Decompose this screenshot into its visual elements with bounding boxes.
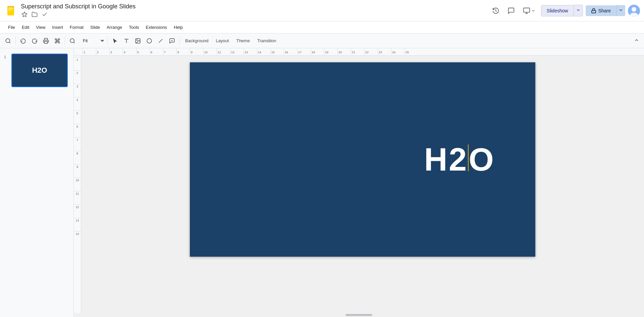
- collapse-toolbar-button[interactable]: [632, 36, 641, 46]
- svg-point-21: [147, 39, 152, 43]
- cloud-icon: [42, 11, 48, 17]
- svg-line-18: [73, 42, 74, 43]
- present-mode-button[interactable]: [520, 4, 538, 17]
- menu-edit[interactable]: Edit: [19, 23, 32, 31]
- svg-point-20: [137, 40, 137, 40]
- menu-insert[interactable]: Insert: [49, 23, 66, 31]
- history-button[interactable]: [489, 4, 502, 17]
- menu-slide[interactable]: Slide: [88, 23, 103, 31]
- slideshow-chevron-icon: [576, 8, 581, 12]
- monitor-icon: [523, 7, 530, 14]
- svg-point-17: [70, 39, 74, 43]
- lock-icon: [591, 8, 596, 13]
- shape-tool-button[interactable]: [144, 36, 155, 46]
- menu-format[interactable]: Format: [67, 23, 86, 31]
- menu-view[interactable]: View: [33, 23, 48, 31]
- menu-tools[interactable]: Tools: [126, 23, 142, 31]
- text-tool-button[interactable]: [121, 36, 132, 46]
- folder-button[interactable]: [31, 11, 38, 18]
- shape-icon: [146, 38, 152, 44]
- slide-panel: 1 H2O: [0, 48, 74, 317]
- share-button[interactable]: Share: [586, 5, 616, 16]
- share-dropdown-button[interactable]: [616, 5, 625, 16]
- theme-button[interactable]: Theme: [233, 36, 253, 45]
- comment-tool-button[interactable]: [167, 36, 177, 46]
- cursor-icon: [112, 38, 118, 44]
- line-icon: [158, 38, 164, 44]
- star-button[interactable]: [21, 11, 28, 18]
- scrollbar-bottom[interactable]: [74, 313, 644, 317]
- image-icon: [135, 38, 141, 44]
- history-icon: [492, 7, 499, 14]
- svg-line-15: [9, 42, 10, 43]
- zoom-out-button[interactable]: [67, 36, 78, 46]
- menu-arrange[interactable]: Arrange: [104, 23, 125, 31]
- avatar[interactable]: [628, 5, 640, 17]
- search-toolbar-button[interactable]: [3, 36, 13, 46]
- undo-button[interactable]: [18, 36, 29, 46]
- title-bar-left: Superscript and Subscript in Google Slid…: [4, 3, 489, 18]
- slideshow-button[interactable]: Slideshow: [541, 5, 574, 16]
- title-action-icons: [21, 11, 136, 18]
- line-tool-button[interactable]: [155, 36, 166, 46]
- svg-rect-10: [592, 10, 596, 13]
- slide-canvas-area[interactable]: H 2 O: [81, 56, 644, 313]
- search-icon: [5, 38, 11, 44]
- chevron-down-icon: [531, 8, 536, 13]
- paint-format-button[interactable]: [52, 36, 63, 46]
- star-icon: [21, 11, 28, 17]
- cloud-save-button[interactable]: [41, 11, 48, 18]
- menu-help[interactable]: Help: [171, 23, 185, 31]
- menu-file[interactable]: File: [5, 23, 18, 31]
- transition-button[interactable]: Transition: [254, 36, 280, 45]
- slide-text[interactable]: H 2 O: [424, 143, 495, 176]
- select-tool-button[interactable]: [110, 36, 120, 46]
- title-info: Superscript and Subscript in Google Slid…: [21, 3, 136, 18]
- redo-button[interactable]: [29, 36, 40, 46]
- slideshow-dropdown-button[interactable]: [574, 5, 583, 16]
- layout-button[interactable]: Layout: [212, 36, 232, 45]
- text-cursor: [468, 144, 469, 171]
- svg-marker-6: [22, 12, 27, 17]
- title-bar-right: Slideshow Share: [489, 4, 640, 17]
- canvas-wrapper: 1234567891011121314151617181920212223242…: [74, 48, 644, 317]
- paint-format-icon: [54, 38, 60, 44]
- slide-thumb-text: H2O: [32, 66, 47, 75]
- ruler-left: 1234567891011121314: [74, 56, 81, 313]
- zoom-icon: [69, 38, 75, 44]
- background-button[interactable]: Background: [182, 36, 212, 45]
- toolbar: Fit 50% 75% 100% 125% 150% 200% Backgrou…: [0, 34, 644, 48]
- print-button[interactable]: [41, 36, 51, 46]
- zoom-select[interactable]: Fit 50% 75% 100% 125% 150% 200%: [78, 36, 105, 45]
- comment-icon: [507, 7, 515, 14]
- svg-rect-3: [8, 10, 12, 10]
- menu-extensions[interactable]: Extensions: [143, 23, 170, 31]
- ruler-top: 1234567891011121314151617181920212223242…: [74, 48, 644, 56]
- ruler-mark-container: 1234567891011121314151617181920212223242…: [83, 48, 418, 55]
- menu-bar: File Edit View Insert Format Slide Arran…: [0, 21, 644, 34]
- slide-thumbnail[interactable]: H2O: [11, 54, 68, 87]
- slide-number: 1: [4, 55, 9, 59]
- image-tool-button[interactable]: [132, 36, 143, 46]
- slide-main[interactable]: H 2 O: [190, 62, 535, 257]
- svg-point-12: [632, 7, 636, 12]
- slide-list-item[interactable]: 1 H2O: [3, 52, 71, 88]
- share-chevron-icon: [619, 8, 623, 12]
- scrollbar-thumb[interactable]: [345, 314, 372, 316]
- svg-line-22: [159, 39, 163, 43]
- share-label: Share: [598, 8, 611, 13]
- ruler-top-marks: 1234567891011121314151617181920212223242…: [81, 48, 644, 55]
- chevron-up-icon: [634, 38, 639, 43]
- title-bar: Superscript and Subscript in Google Slid…: [0, 0, 644, 21]
- undo-icon: [20, 38, 26, 44]
- toolbar-divider-4: [179, 37, 180, 45]
- comments-button[interactable]: [505, 4, 518, 17]
- user-avatar-icon: [628, 5, 640, 17]
- canvas-row: 1234567891011121314 H 2 O: [74, 56, 644, 313]
- slide-text-h: H: [424, 143, 449, 176]
- slideshow-button-group: Slideshow: [541, 5, 583, 16]
- text-tool-icon: [123, 38, 129, 44]
- svg-rect-2: [8, 8, 13, 9]
- redo-icon: [32, 38, 38, 44]
- print-icon: [43, 38, 49, 44]
